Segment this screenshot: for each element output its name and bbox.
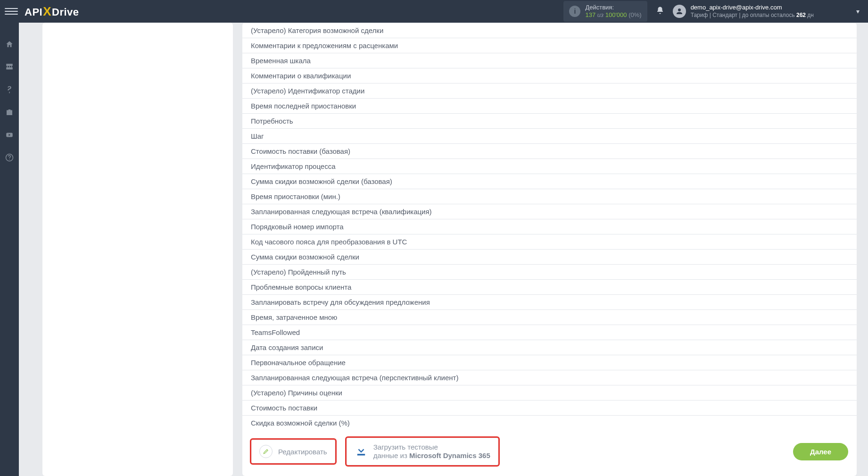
chevron-down-icon[interactable]: ▾ [856, 8, 860, 15]
svg-rect-3 [357, 454, 364, 456]
field-row[interactable]: Шаг [242, 129, 857, 144]
header: API X Drive i Действия: 137 из 100'000 (… [0, 0, 868, 23]
logo-drive: Drive [52, 6, 79, 18]
page-wrap: (Устарело) Категория возможной сделкиКом… [19, 23, 868, 476]
field-row[interactable]: (Устарело) Причины оценки [242, 385, 857, 401]
field-row[interactable]: Время приостановки (мин.) [242, 189, 857, 204]
notifications-icon[interactable] [656, 6, 664, 17]
field-row[interactable]: (Устарело) Категория возможной сделки [242, 23, 857, 38]
field-row[interactable]: Код часового пояса для преобразования в … [242, 234, 857, 250]
download-icon [355, 444, 368, 459]
left-panel [42, 23, 233, 476]
field-row[interactable]: Сумма скидки возможной сделки (базовая) [242, 174, 857, 189]
logo-api: API [25, 6, 42, 18]
logo-x: X [43, 4, 51, 19]
logo[interactable]: API X Drive [25, 4, 79, 19]
actions-text: Действия: 137 из 100'000 (0%) [585, 4, 641, 18]
footer-bar: Редактировать Загрузить тестовые данные … [242, 430, 857, 476]
field-row[interactable]: Первоначальное обращение [242, 355, 857, 370]
field-row[interactable]: Комментарии о квалификации [242, 68, 857, 84]
field-row[interactable]: Скидка возможной сделки (%) [242, 416, 857, 430]
field-row[interactable]: (Устарело) Пройденный путь [242, 265, 857, 280]
field-row[interactable]: Идентификатор процесса [242, 159, 857, 174]
field-row[interactable]: Сумма скидки возможной сделки [242, 250, 857, 265]
actions-usage[interactable]: i Действия: 137 из 100'000 (0%) [563, 1, 647, 21]
user-menu[interactable]: demo_apix-drive@apix-drive.com Тариф | С… [673, 4, 863, 18]
load-test-data-button[interactable]: Загрузить тестовые данные из Microsoft D… [346, 437, 499, 466]
next-button[interactable]: Далее [793, 443, 848, 460]
info-icon: i [569, 6, 580, 17]
home-icon[interactable] [5, 40, 14, 49]
briefcase-icon[interactable] [5, 108, 14, 117]
fields-list: (Устарело) Категория возможной сделкиКом… [242, 23, 857, 430]
field-row[interactable]: Стоимость поставки [242, 401, 857, 416]
svg-point-2 [9, 159, 10, 160]
field-row[interactable]: TeamsFollowed [242, 325, 857, 340]
pencil-icon [259, 445, 273, 458]
field-row[interactable]: Дата создания записи [242, 340, 857, 355]
user-texts: demo_apix-drive@apix-drive.com Тариф | С… [691, 4, 814, 18]
load-text: Загрузить тестовые данные из Microsoft D… [373, 443, 490, 460]
field-row[interactable]: Потребность [242, 114, 857, 129]
field-row[interactable]: (Устарело) Идентификатор стадии [242, 84, 857, 99]
edit-label: Редактировать [278, 448, 327, 456]
field-row[interactable]: Время, затраченное мною [242, 310, 857, 325]
main-panel: (Устарело) Категория возможной сделкиКом… [242, 23, 857, 476]
field-row[interactable]: Запланировать встречу для обсуждения пре… [242, 295, 857, 310]
field-row[interactable]: Стоимость поставки (базовая) [242, 144, 857, 159]
avatar [673, 5, 686, 18]
menu-toggle[interactable] [5, 5, 18, 18]
field-row[interactable]: Временная шкала [242, 53, 857, 68]
billing-icon[interactable] [5, 85, 14, 94]
field-row[interactable]: Время последней приостановки [242, 99, 857, 114]
sidebar [0, 23, 19, 476]
field-row[interactable]: Комментарии к предложениям с расценками [242, 38, 857, 53]
help-icon[interactable] [5, 153, 14, 162]
field-row[interactable]: Запланированная следующая встреча (квали… [242, 204, 857, 219]
field-row[interactable]: Порядковый номер импорта [242, 219, 857, 234]
field-row[interactable]: Проблемные вопросы клиента [242, 280, 857, 295]
edit-button[interactable]: Редактировать [251, 439, 336, 464]
field-row[interactable]: Запланированная следующая встреча (персп… [242, 370, 857, 385]
connections-icon[interactable] [5, 62, 14, 72]
youtube-icon[interactable] [5, 130, 14, 140]
